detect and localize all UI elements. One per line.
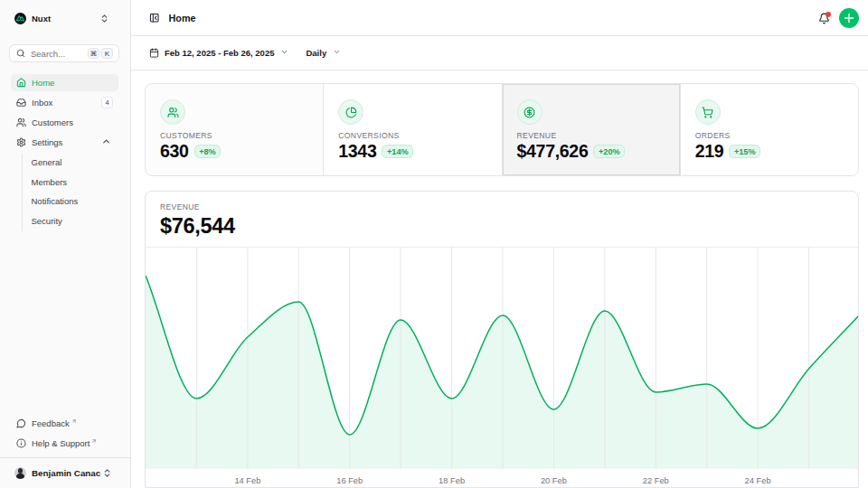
svg-text:16 Feb: 16 Feb [336, 476, 363, 485]
svg-text:22 Feb: 22 Feb [643, 476, 669, 485]
svg-text:14 Feb: 14 Feb [234, 476, 260, 485]
svg-text:18 Feb: 18 Feb [439, 476, 465, 485]
svg-text:20 Feb: 20 Feb [541, 476, 567, 485]
svg-text:24 Feb: 24 Feb [745, 476, 771, 485]
